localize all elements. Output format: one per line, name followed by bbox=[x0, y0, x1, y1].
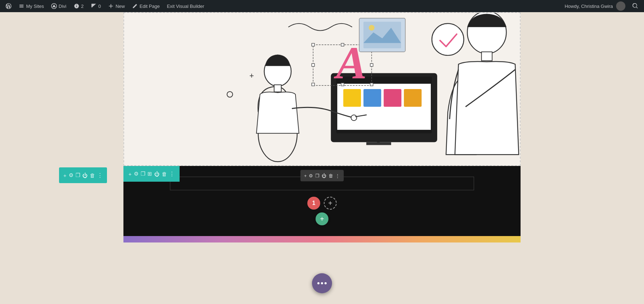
divi-dot-2 bbox=[321, 282, 323, 284]
input-row: + ⚙ ❐ ⏻ 🗑 ⋮ bbox=[123, 173, 521, 194]
my-sites-button[interactable]: My Sites bbox=[16, 0, 47, 12]
add-section-button[interactable]: + bbox=[316, 212, 328, 225]
section-duplicate-icon[interactable]: ❐ bbox=[141, 171, 145, 177]
svg-rect-7 bbox=[366, 142, 391, 145]
left-bar-delete-icon[interactable]: 🗑 bbox=[90, 172, 95, 178]
divi-icon bbox=[51, 3, 57, 9]
svg-rect-27 bbox=[312, 83, 314, 86]
svg-rect-14 bbox=[404, 89, 422, 107]
svg-rect-17 bbox=[274, 85, 281, 92]
svg-rect-12 bbox=[364, 89, 381, 107]
section-columns-icon[interactable]: ⊞ bbox=[147, 171, 152, 177]
user-avatar bbox=[616, 1, 625, 11]
wp-logo-icon bbox=[6, 3, 11, 9]
section-delete-icon[interactable]: 🗑 bbox=[162, 171, 167, 177]
exit-visual-builder-button[interactable]: Exit Visual Builder bbox=[164, 0, 207, 12]
search-icon bbox=[633, 3, 638, 9]
wp-logo-button[interactable] bbox=[3, 0, 14, 12]
divi-dot-3 bbox=[325, 282, 327, 284]
updates-icon bbox=[74, 3, 79, 9]
left-bar-add-icon[interactable]: + bbox=[63, 172, 67, 178]
row-toggle-icon[interactable]: ⏻ bbox=[322, 173, 326, 178]
svg-rect-13 bbox=[384, 89, 401, 107]
illustration-wrap: + ○ bbox=[124, 13, 520, 165]
row-delete-icon[interactable]: 🗑 bbox=[328, 173, 333, 178]
row-add-icon[interactable]: + bbox=[304, 173, 307, 178]
svg-rect-20 bbox=[482, 52, 492, 61]
left-bar-more-icon[interactable]: ⋮ bbox=[97, 172, 103, 178]
admin-bar: My Sites Divi 2 0 New Edit Page bbox=[0, 0, 644, 12]
comments-icon bbox=[91, 3, 97, 9]
row-settings-icon[interactable]: ⚙ bbox=[309, 173, 313, 178]
edit-page-label: Edit Page bbox=[140, 4, 160, 9]
svg-rect-11 bbox=[343, 89, 361, 107]
left-bar-duplicate-icon[interactable]: ❐ bbox=[75, 172, 80, 178]
search-button[interactable] bbox=[630, 3, 641, 9]
row-duplicate-icon[interactable]: ❐ bbox=[315, 173, 319, 178]
user-greeting-text: Howdy, Christina Gwira bbox=[565, 4, 613, 9]
add-module-button[interactable]: + bbox=[324, 197, 337, 210]
page-canvas: + ⚙ ❐ ⏻ 🗑 ⋮ + ○ bbox=[0, 12, 644, 304]
badge-number: 1 bbox=[312, 200, 316, 206]
svg-point-18 bbox=[351, 115, 357, 121]
illustration-section: + ○ bbox=[123, 12, 521, 166]
comments-button[interactable]: 0 bbox=[88, 0, 104, 12]
updates-button[interactable]: 2 bbox=[71, 0, 87, 12]
content-column: + ○ bbox=[123, 12, 521, 304]
left-bar-toggle-icon[interactable]: ⏻ bbox=[82, 172, 88, 178]
module-badge[interactable]: 1 bbox=[307, 197, 320, 210]
gradient-bar bbox=[123, 236, 521, 242]
exit-visual-builder-label: Exit Visual Builder bbox=[167, 4, 204, 9]
illustration-svg: + ○ bbox=[124, 13, 520, 165]
svg-text:+: + bbox=[249, 71, 254, 80]
my-sites-label: My Sites bbox=[26, 4, 44, 9]
svg-point-34 bbox=[369, 25, 375, 31]
row-more-icon[interactable]: ⋮ bbox=[335, 173, 340, 178]
my-sites-icon bbox=[19, 3, 24, 9]
svg-rect-22 bbox=[312, 43, 314, 46]
updates-count: 2 bbox=[81, 4, 84, 9]
black-section: + ⚙ ❐ ⏻ 🗑 ⋮ 1 + + bbox=[123, 166, 521, 236]
left-row-bar: + ⚙ ❐ ⏻ 🗑 ⋮ bbox=[59, 167, 107, 183]
new-label: New bbox=[116, 4, 125, 9]
comments-count: 0 bbox=[98, 4, 101, 9]
section-settings-icon[interactable]: ⚙ bbox=[134, 171, 138, 177]
new-icon bbox=[108, 3, 114, 9]
divi-dots bbox=[317, 282, 327, 284]
badge-row: 1 + bbox=[123, 197, 521, 210]
divi-button[interactable]: Divi bbox=[48, 0, 69, 12]
new-button[interactable]: New bbox=[105, 0, 128, 12]
divi-dot-1 bbox=[317, 282, 319, 284]
divi-bottom-button[interactable] bbox=[312, 273, 332, 293]
edit-page-icon bbox=[132, 3, 138, 9]
left-bar-settings-icon[interactable]: ⚙ bbox=[69, 172, 73, 178]
divi-label: Divi bbox=[59, 4, 67, 9]
section-more-icon[interactable]: ⋮ bbox=[169, 171, 175, 177]
section-add-btn-row: + bbox=[123, 212, 521, 225]
admin-bar-right: Howdy, Christina Gwira bbox=[562, 1, 641, 11]
svg-rect-25 bbox=[312, 64, 314, 67]
edit-page-button[interactable]: Edit Page bbox=[129, 0, 162, 12]
module-input-wrapper: + ⚙ ❐ ⏻ 🗑 ⋮ bbox=[170, 177, 474, 190]
section-toggle-icon[interactable]: ⏻ bbox=[154, 171, 160, 177]
svg-point-35 bbox=[432, 24, 464, 55]
svg-rect-26 bbox=[370, 64, 373, 67]
svg-rect-29 bbox=[370, 83, 373, 86]
section-add-icon[interactable]: + bbox=[128, 171, 132, 177]
section-toolbar: + ⚙ ❐ ⊞ ⏻ 🗑 ⋮ bbox=[123, 166, 180, 182]
user-greeting[interactable]: Howdy, Christina Gwira bbox=[562, 1, 628, 11]
row-toolbar: + ⚙ ❐ ⏻ 🗑 ⋮ bbox=[301, 170, 344, 181]
